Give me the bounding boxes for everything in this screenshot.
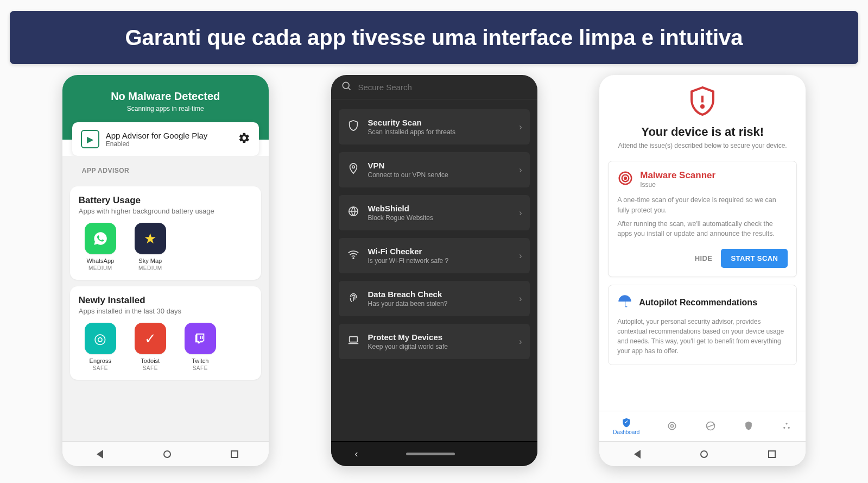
play-store-icon: ▶	[81, 130, 99, 148]
item-security-scan[interactable]: Security Scan Scan installed apps for th…	[339, 109, 530, 145]
svg-point-7	[701, 105, 704, 108]
hide-button[interactable]: HIDE	[695, 254, 713, 262]
tile-name: Todoist	[129, 357, 172, 364]
tile-name: Twitch	[179, 357, 222, 364]
tab-web[interactable]	[705, 421, 716, 432]
gear-icon[interactable]	[238, 132, 250, 147]
newly-title: Newly Installed	[79, 295, 252, 306]
app-tile-engross[interactable]: ◎ Engross SAFE	[79, 323, 122, 371]
globe-icon	[346, 205, 360, 220]
app-tile-twitch[interactable]: Twitch SAFE	[179, 323, 222, 371]
item-title: WebShield	[368, 204, 512, 213]
card-body-1: A one-time scan of your device is requir…	[617, 195, 788, 216]
target-icon	[617, 170, 633, 189]
tile-name: Engross	[79, 357, 122, 364]
search-input[interactable]	[358, 83, 528, 92]
tab-scan[interactable]	[667, 421, 677, 432]
search-icon	[341, 80, 352, 93]
app-tile-skymap[interactable]: ★ Sky Map MEDIUM	[129, 223, 172, 271]
tab-label: Dashboard	[613, 429, 639, 435]
app-advisor-card[interactable]: ▶ App Advisor for Google Play Enabled	[72, 122, 259, 156]
tile-name: Sky Map	[129, 258, 172, 264]
tab-more[interactable]	[781, 421, 792, 432]
item-sub: Keep your digital world safe	[368, 343, 512, 350]
risk-subtitle: Attend the issue(s) described below to s…	[608, 141, 797, 150]
item-data-breach[interactable]: Data Breach Check Has your data been sto…	[339, 281, 530, 316]
whatsapp-icon	[85, 223, 116, 254]
item-webshield[interactable]: WebShield Block Rogue Websites ›	[339, 195, 530, 230]
top-banner: Garanti que cada app tivesse uma interfa…	[10, 11, 858, 64]
android-navbar	[599, 441, 806, 466]
nav-back-icon[interactable]	[630, 450, 641, 459]
fingerprint-icon	[346, 291, 360, 306]
tile-status: SAFE	[129, 365, 172, 371]
tile-status: SAFE	[79, 365, 122, 371]
autopilot-title: Autopilot Recommendations	[639, 298, 757, 308]
svg-point-16	[788, 426, 790, 428]
wifi-icon	[346, 248, 360, 263]
card-title: Malware Scanner	[640, 170, 715, 181]
nav-home-icon[interactable]	[163, 450, 171, 458]
chevron-right-icon: ›	[519, 294, 522, 304]
phone-dark-security: Security Scan Scan installed apps for th…	[331, 75, 537, 466]
advisor-title: App Advisor for Google Play	[106, 131, 238, 140]
advisor-status: Enabled	[106, 140, 238, 148]
p1-header-title: No Malware Detected	[73, 90, 258, 103]
shield-icon	[346, 120, 360, 134]
svg-point-15	[783, 426, 785, 428]
battery-sub: Apps with higher background battery usag…	[79, 207, 252, 215]
phones-row: No Malware Detected Scanning apps in rea…	[0, 42, 868, 466]
phone-norton: No Malware Detected Scanning apps in rea…	[62, 75, 269, 466]
tab-privacy[interactable]	[743, 421, 754, 432]
item-sub: Scan installed apps for threats	[368, 128, 512, 136]
android-navbar	[62, 441, 269, 466]
chevron-right-icon: ›	[519, 251, 522, 261]
todoist-icon: ✓	[135, 323, 166, 354]
svg-point-14	[785, 423, 787, 424]
svg-point-10	[624, 177, 626, 179]
tab-dashboard[interactable]: Dashboard	[613, 417, 639, 435]
item-title: Data Breach Check	[368, 290, 512, 299]
chevron-right-icon: ›	[519, 208, 522, 218]
nav-recent-icon[interactable]	[768, 450, 776, 458]
feature-list: Security Scan Scan installed apps for th…	[331, 99, 537, 441]
chevron-right-icon: ›	[519, 165, 522, 175]
item-title: Protect My Devices	[368, 333, 512, 342]
svg-point-13	[706, 422, 714, 430]
item-wifi-checker[interactable]: Wi-Fi Checker Is your Wi-Fi network safe…	[339, 238, 530, 273]
twitch-icon	[185, 323, 216, 354]
item-sub: Is your Wi-Fi network safe ?	[368, 257, 512, 265]
svg-point-4	[353, 258, 354, 259]
banner-text: Garanti que cada app tivesse uma interfa…	[125, 26, 743, 49]
android-navbar: ‹	[331, 441, 537, 466]
warning-shield-icon	[608, 85, 797, 120]
nav-back-icon[interactable]	[92, 450, 103, 459]
search-bar[interactable]	[331, 75, 537, 99]
card-sub: Issue	[640, 181, 715, 189]
laptop-icon	[346, 334, 360, 349]
app-tile-whatsapp[interactable]: WhatsApp MEDIUM	[79, 223, 122, 271]
app-tile-todoist[interactable]: ✓ Todoist SAFE	[129, 323, 172, 371]
chevron-right-icon: ›	[519, 122, 522, 132]
svg-point-8	[619, 172, 632, 185]
item-protect-devices[interactable]: Protect My Devices Keep your digital wor…	[339, 324, 530, 359]
battery-usage-card[interactable]: Battery Usage Apps with higher backgroun…	[70, 186, 261, 280]
svg-point-2	[352, 166, 354, 168]
nav-back-icon[interactable]: ‹	[355, 448, 358, 460]
nav-home-icon[interactable]	[700, 450, 708, 458]
risk-title: Your device is at risk!	[608, 125, 797, 139]
autopilot-body: Autopilot, your personal security adviso…	[617, 317, 788, 356]
skymap-icon: ★	[135, 223, 166, 254]
start-scan-button[interactable]: START SCAN	[721, 249, 788, 268]
section-label: APP ADVISOR	[70, 156, 261, 180]
p1-header: No Malware Detected Scanning apps in rea…	[62, 75, 269, 140]
tile-name: WhatsApp	[79, 258, 122, 264]
nav-home-pill[interactable]	[406, 453, 455, 455]
svg-point-0	[343, 82, 349, 89]
item-title: VPN	[368, 161, 512, 170]
newly-installed-card[interactable]: Newly Installed Apps installed in the la…	[70, 286, 261, 380]
svg-point-9	[622, 175, 629, 182]
nav-recent-icon[interactable]	[231, 450, 238, 458]
item-vpn[interactable]: VPN Connect to our VPN service ›	[339, 152, 530, 187]
engross-icon: ◎	[85, 323, 116, 354]
